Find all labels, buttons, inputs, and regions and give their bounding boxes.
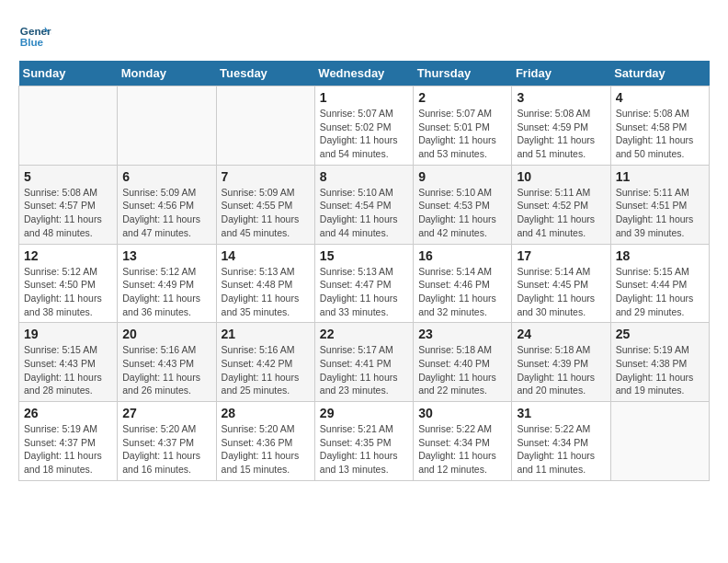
calendar-cell: 5Sunrise: 5:08 AMSunset: 4:57 PMDaylight… [19,165,118,244]
calendar-cell: 12Sunrise: 5:12 AMSunset: 4:50 PMDayligh… [19,244,118,323]
calendar-cell: 28Sunrise: 5:20 AMSunset: 4:36 PMDayligh… [216,402,314,481]
calendar-cell: 22Sunrise: 5:17 AMSunset: 4:41 PMDayligh… [314,323,413,402]
calendar-cell: 3Sunrise: 5:08 AMSunset: 4:59 PMDaylight… [512,86,610,166]
day-info: Sunrise: 5:20 AMSunset: 4:37 PMDaylight:… [122,422,210,477]
col-header-tuesday: Tuesday [216,61,314,86]
day-info: Sunrise: 5:13 AMSunset: 4:48 PMDaylight:… [222,265,310,319]
day-info: Sunrise: 5:18 AMSunset: 4:39 PMDaylight:… [517,343,605,397]
calendar-cell [610,402,709,481]
day-info: Sunrise: 5:16 AMSunset: 4:43 PMDaylight:… [122,343,210,397]
day-number: 2 [418,90,506,105]
day-info: Sunrise: 5:07 AMSunset: 5:02 PMDaylight:… [320,107,408,161]
calendar-cell [118,86,216,166]
calendar-cell: 11Sunrise: 5:11 AMSunset: 4:51 PMDayligh… [610,165,709,244]
calendar-cell: 26Sunrise: 5:19 AMSunset: 4:37 PMDayligh… [19,402,118,481]
day-number: 12 [24,248,112,263]
day-number: 28 [222,406,310,420]
day-number: 11 [616,169,704,184]
calendar-cell: 25Sunrise: 5:19 AMSunset: 4:38 PMDayligh… [610,323,709,402]
day-number: 9 [418,169,506,184]
calendar-cell: 23Sunrise: 5:18 AMSunset: 4:40 PMDayligh… [414,323,512,402]
day-number: 10 [517,169,605,184]
day-number: 31 [517,406,605,420]
day-number: 26 [24,406,112,420]
day-info: Sunrise: 5:09 AMSunset: 4:56 PMDaylight:… [122,186,210,240]
day-info: Sunrise: 5:19 AMSunset: 4:37 PMDaylight:… [24,422,112,477]
calendar-week-5: 26Sunrise: 5:19 AMSunset: 4:37 PMDayligh… [19,402,710,481]
logo: General Blue [18,18,51,52]
calendar-cell: 17Sunrise: 5:14 AMSunset: 4:45 PMDayligh… [512,244,610,323]
calendar-week-1: 1Sunrise: 5:07 AMSunset: 5:02 PMDaylight… [19,86,710,166]
calendar-header: SundayMondayTuesdayWednesdayThursdayFrid… [19,61,710,86]
day-info: Sunrise: 5:11 AMSunset: 4:51 PMDaylight:… [616,186,704,240]
calendar-cell: 21Sunrise: 5:16 AMSunset: 4:42 PMDayligh… [216,323,314,402]
day-number: 30 [418,406,506,420]
col-header-saturday: Saturday [610,61,709,86]
calendar-cell: 20Sunrise: 5:16 AMSunset: 4:43 PMDayligh… [118,323,216,402]
day-info: Sunrise: 5:17 AMSunset: 4:41 PMDaylight:… [320,343,408,397]
svg-text:Blue: Blue [20,36,44,48]
day-info: Sunrise: 5:11 AMSunset: 4:52 PMDaylight:… [517,186,605,240]
calendar-week-2: 5Sunrise: 5:08 AMSunset: 4:57 PMDaylight… [19,165,710,244]
calendar-cell: 15Sunrise: 5:13 AMSunset: 4:47 PMDayligh… [314,244,413,323]
day-info: Sunrise: 5:22 AMSunset: 4:34 PMDaylight:… [517,422,605,477]
calendar-cell: 16Sunrise: 5:14 AMSunset: 4:46 PMDayligh… [414,244,512,323]
day-info: Sunrise: 5:08 AMSunset: 4:59 PMDaylight:… [517,107,605,161]
day-number: 17 [517,248,605,263]
day-number: 3 [517,90,605,105]
calendar-cell: 6Sunrise: 5:09 AMSunset: 4:56 PMDaylight… [118,165,216,244]
calendar-cell: 10Sunrise: 5:11 AMSunset: 4:52 PMDayligh… [512,165,610,244]
day-number: 25 [616,327,704,341]
day-info: Sunrise: 5:18 AMSunset: 4:40 PMDaylight:… [418,343,506,397]
day-info: Sunrise: 5:10 AMSunset: 4:53 PMDaylight:… [418,186,506,240]
day-number: 24 [517,327,605,341]
day-number: 22 [320,327,408,341]
day-info: Sunrise: 5:12 AMSunset: 4:49 PMDaylight:… [122,265,210,319]
day-number: 15 [320,248,408,263]
day-info: Sunrise: 5:09 AMSunset: 4:55 PMDaylight:… [222,186,310,240]
day-number: 16 [418,248,506,263]
day-number: 1 [320,90,408,105]
day-number: 19 [24,327,112,341]
day-info: Sunrise: 5:22 AMSunset: 4:34 PMDaylight:… [418,422,506,477]
calendar-cell: 18Sunrise: 5:15 AMSunset: 4:44 PMDayligh… [610,244,709,323]
col-header-friday: Friday [512,61,610,86]
calendar-cell: 31Sunrise: 5:22 AMSunset: 4:34 PMDayligh… [512,402,610,481]
calendar-cell: 4Sunrise: 5:08 AMSunset: 4:58 PMDaylight… [610,86,709,166]
calendar-cell: 19Sunrise: 5:15 AMSunset: 4:43 PMDayligh… [19,323,118,402]
day-number: 13 [122,248,210,263]
calendar-cell: 14Sunrise: 5:13 AMSunset: 4:48 PMDayligh… [216,244,314,323]
day-info: Sunrise: 5:08 AMSunset: 4:58 PMDaylight:… [616,107,704,161]
day-info: Sunrise: 5:10 AMSunset: 4:54 PMDaylight:… [320,186,408,240]
day-info: Sunrise: 5:21 AMSunset: 4:35 PMDaylight:… [320,422,408,477]
calendar-cell [19,86,118,166]
calendar-cell: 27Sunrise: 5:20 AMSunset: 4:37 PMDayligh… [118,402,216,481]
calendar-cell: 2Sunrise: 5:07 AMSunset: 5:01 PMDaylight… [414,86,512,166]
day-info: Sunrise: 5:14 AMSunset: 4:46 PMDaylight:… [418,265,506,319]
calendar-cell: 29Sunrise: 5:21 AMSunset: 4:35 PMDayligh… [314,402,413,481]
calendar-cell: 9Sunrise: 5:10 AMSunset: 4:53 PMDaylight… [414,165,512,244]
day-info: Sunrise: 5:15 AMSunset: 4:44 PMDaylight:… [616,265,704,319]
calendar-cell: 7Sunrise: 5:09 AMSunset: 4:55 PMDaylight… [216,165,314,244]
day-number: 7 [222,169,310,184]
calendar-table: SundayMondayTuesdayWednesdayThursdayFrid… [18,61,710,481]
calendar-cell: 30Sunrise: 5:22 AMSunset: 4:34 PMDayligh… [414,402,512,481]
calendar-cell: 13Sunrise: 5:12 AMSunset: 4:49 PMDayligh… [118,244,216,323]
day-number: 6 [122,169,210,184]
day-number: 4 [616,90,704,105]
day-info: Sunrise: 5:19 AMSunset: 4:38 PMDaylight:… [616,343,704,397]
day-info: Sunrise: 5:16 AMSunset: 4:42 PMDaylight:… [222,343,310,397]
day-info: Sunrise: 5:20 AMSunset: 4:36 PMDaylight:… [222,422,310,477]
day-number: 8 [320,169,408,184]
day-number: 18 [616,248,704,263]
calendar-week-4: 19Sunrise: 5:15 AMSunset: 4:43 PMDayligh… [19,323,710,402]
day-info: Sunrise: 5:08 AMSunset: 4:57 PMDaylight:… [24,186,112,240]
col-header-thursday: Thursday [414,61,512,86]
day-number: 27 [122,406,210,420]
calendar-cell: 1Sunrise: 5:07 AMSunset: 5:02 PMDaylight… [314,86,413,166]
day-info: Sunrise: 5:12 AMSunset: 4:50 PMDaylight:… [24,265,112,319]
calendar-week-3: 12Sunrise: 5:12 AMSunset: 4:50 PMDayligh… [19,244,710,323]
calendar-cell: 8Sunrise: 5:10 AMSunset: 4:54 PMDaylight… [314,165,413,244]
day-info: Sunrise: 5:15 AMSunset: 4:43 PMDaylight:… [24,343,112,397]
calendar-cell: 24Sunrise: 5:18 AMSunset: 4:39 PMDayligh… [512,323,610,402]
